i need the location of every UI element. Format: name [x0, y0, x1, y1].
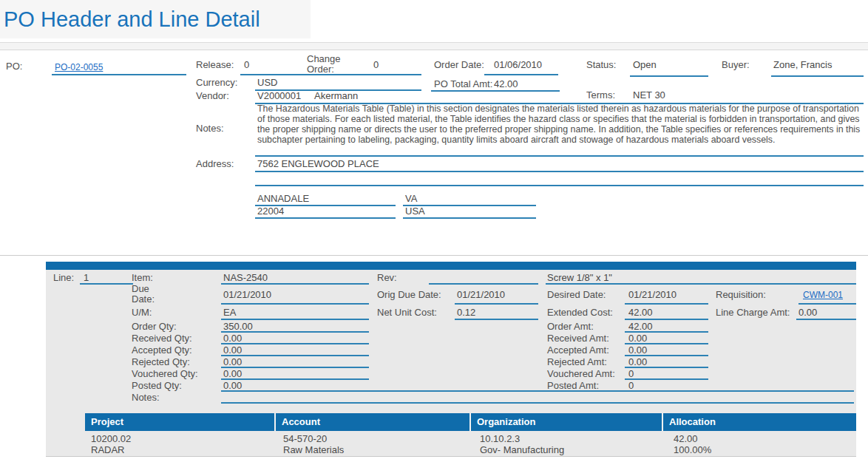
- line-notes-label: Notes:: [132, 392, 160, 403]
- accepted-qty-value: 0.00: [223, 344, 242, 356]
- line-rule: [80, 283, 133, 285]
- requisition-link[interactable]: CWM-001: [803, 290, 843, 300]
- net-unit-cost-rule: [455, 319, 538, 320]
- po-field-rule: [52, 74, 186, 75]
- allocation-cell: 42.00 100.00%: [668, 433, 856, 455]
- divider: [0, 50, 868, 50]
- divider-band: [0, 43, 868, 50]
- rev-label: Rev:: [377, 272, 397, 283]
- address-line2-rule: [255, 185, 864, 186]
- line-label: Line:: [53, 272, 74, 283]
- item-rule: [221, 283, 369, 285]
- allocation-percent: 100.00%: [674, 444, 856, 455]
- vouchered-qty-label: Vouchered Qty:: [132, 368, 198, 379]
- release-value: 0: [244, 59, 249, 70]
- vendor-label: Vendor:: [196, 90, 229, 101]
- currency-value: USD: [257, 77, 277, 88]
- line-value: 1: [84, 272, 89, 283]
- line-charge-value: 0.00: [799, 307, 817, 318]
- description-rule: [546, 283, 856, 285]
- um-value: EA: [223, 307, 236, 318]
- accepted-amt-value: 0.00: [628, 344, 647, 356]
- address-zip-rule: [255, 217, 396, 219]
- project-name: RADAR: [91, 444, 276, 455]
- account-name: Raw Materials: [283, 444, 472, 455]
- project-id: 10200.02: [91, 433, 276, 444]
- posted-qty-rule: [221, 390, 854, 392]
- orig-due-date-label: Orig Due Date:: [377, 289, 441, 300]
- rejected-amt-rule: [625, 367, 708, 368]
- allocation-table-header: Project Account Organization Allocation: [85, 413, 856, 431]
- requisition-label: Requisition:: [716, 289, 766, 300]
- item-value: NAS-2540: [223, 272, 268, 283]
- posted-amt-value: 0: [628, 380, 634, 391]
- address-line1: 7562 ENGLEWOOD PLACE: [257, 158, 379, 169]
- received-qty-rule: [221, 343, 369, 344]
- buyer-value: Zone, Francis: [773, 59, 832, 70]
- panel-bottom-divider: [46, 456, 856, 457]
- desired-date-rule: [625, 303, 708, 305]
- currency-label: Currency:: [196, 77, 237, 88]
- line-charge-rule: [796, 319, 856, 320]
- vendor-id: V2000001: [257, 90, 301, 101]
- column-header-organization: Organization: [471, 413, 663, 431]
- orig-due-date-rule: [455, 303, 538, 305]
- desired-date-label: Desired Date:: [547, 289, 606, 300]
- notes-rule: [255, 155, 864, 157]
- desired-date-value: 01/21/2010: [628, 289, 677, 300]
- organization-name: Gov- Manufacturing: [480, 444, 666, 455]
- rejected-amt-value: 0.00: [628, 356, 647, 367]
- received-amt-value: 0.00: [628, 333, 647, 344]
- net-unit-cost-label: Net Unit Cost:: [377, 307, 437, 318]
- extended-cost-label: Extended Cost:: [547, 307, 613, 318]
- extended-cost-rule: [625, 319, 708, 320]
- vouchered-amt-value: 0: [628, 368, 634, 379]
- account-id: 54-570-20: [283, 433, 472, 444]
- order-date-label: Order Date:: [434, 59, 484, 70]
- received-qty-value: 0.00: [223, 333, 242, 344]
- rejected-qty-rule: [221, 367, 369, 368]
- section-divider: [0, 255, 868, 256]
- order-date-rule: [484, 74, 558, 75]
- posted-qty-label: Posted Qty:: [132, 380, 182, 391]
- rejected-amt-label: Rejected Amt:: [547, 356, 607, 367]
- due-date-rule: [221, 303, 369, 305]
- status-rule: [630, 75, 708, 77]
- item-label: Item:: [132, 272, 153, 283]
- organization-id: 10.10.2.3: [480, 433, 666, 444]
- order-amt-value: 42.00: [628, 321, 653, 332]
- change-order-label: Change Order:: [307, 54, 353, 75]
- vouchered-qty-rule: [221, 378, 369, 380]
- received-amt-label: Received Amt:: [547, 333, 609, 344]
- status-value: Open: [633, 59, 657, 70]
- item-description: Screw 1/8" x 1": [547, 272, 612, 283]
- accepted-amt-label: Accepted Amt:: [547, 344, 609, 356]
- buyer-label: Buyer:: [722, 59, 750, 70]
- address-zip: 22004: [257, 205, 284, 217]
- vouchered-amt-label: Vouchered Amt:: [547, 368, 615, 379]
- notes-label: Notes:: [196, 123, 224, 134]
- po-total-label: PO Total Amt:: [434, 78, 492, 89]
- vendor-name: Akermann: [314, 90, 358, 101]
- order-amt-label: Order Amt:: [547, 321, 594, 332]
- orig-due-date-value: 01/21/2010: [457, 289, 505, 300]
- accepted-qty-rule: [221, 355, 369, 356]
- received-qty-label: Received Qty:: [132, 333, 192, 344]
- change-order-value: 0: [373, 59, 379, 70]
- release-field-rule: [240, 74, 421, 75]
- po-number-link[interactable]: PO-02-0055: [55, 62, 103, 72]
- due-date-label: Due Date:: [132, 284, 165, 305]
- rejected-qty-value: 0.00: [223, 356, 242, 367]
- address-label: Address:: [196, 158, 234, 169]
- extended-cost-value: 42.00: [628, 307, 653, 318]
- address-country-rule: [403, 217, 536, 219]
- address-country: USA: [405, 205, 425, 217]
- buyer-rule: [771, 75, 864, 77]
- order-qty-value: 350.00: [223, 321, 253, 332]
- po-total-rule: [431, 90, 560, 92]
- requisition-rule: [799, 303, 856, 305]
- line-notes-rule: [221, 402, 854, 404]
- order-qty-label: Order Qty:: [132, 321, 177, 332]
- rejected-qty-label: Rejected Qty:: [132, 356, 190, 367]
- po-header-line-detail-page: PO Header and Line Detail PO: PO-02-0055…: [0, 0, 868, 462]
